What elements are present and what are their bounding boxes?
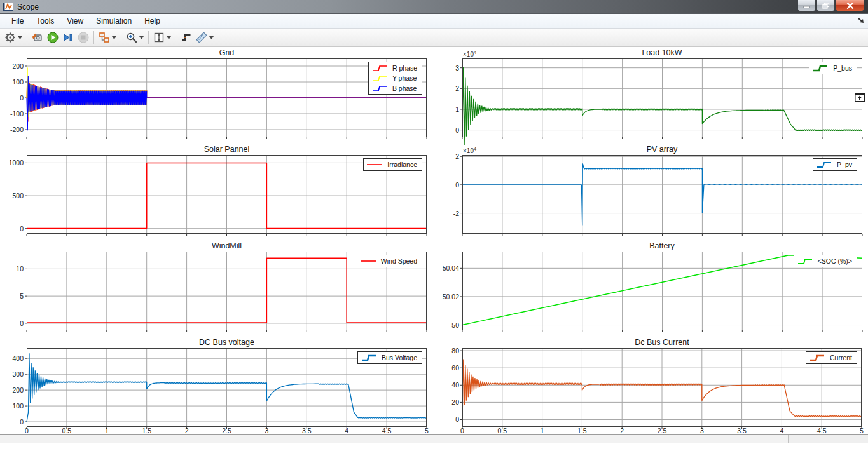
y-tick-label: 2: [455, 152, 459, 160]
stop-icon: [78, 32, 89, 43]
status-bar: [0, 434, 868, 443]
legend[interactable]: Irradiance: [363, 158, 422, 171]
y-tick-label: -2: [453, 210, 459, 217]
plot-title: WindMill: [4, 241, 427, 252]
status-segment: [788, 435, 839, 443]
x-tick-label: 2.5: [658, 427, 667, 434]
plot-svg[interactable]: [462, 348, 862, 427]
plot-svg[interactable]: [462, 58, 862, 137]
plot-title: Grid: [4, 48, 427, 58]
gear-icon: [4, 32, 16, 43]
legend[interactable]: <SOC (%)>: [794, 255, 857, 267]
plot-grid: Grid2001000-100-200R phaseY phaseB phase…: [0, 47, 868, 435]
legend-label: Bus Voltage: [382, 354, 417, 361]
x-tick-label: 3.5: [737, 427, 747, 434]
plot-canvas[interactable]: Wind Speed: [27, 252, 427, 330]
status-segment: [839, 435, 868, 443]
toolbar-separator: [27, 31, 27, 44]
layout-button[interactable]: [97, 30, 118, 45]
y-tick-label: 0: [20, 225, 24, 232]
plot-canvas[interactable]: Bus Voltage: [27, 348, 427, 427]
dropdown-caret-icon[interactable]: [139, 36, 144, 39]
y-tick-label: 0: [20, 94, 24, 102]
plot-canvas[interactable]: Irradiance: [27, 155, 427, 234]
run-button[interactable]: [45, 30, 60, 45]
toolbar-separator: [121, 31, 121, 44]
menu-bar: FileToolsViewSimulationHelp: [0, 14, 868, 29]
legend-entry: Y phase: [371, 73, 417, 83]
plot-canvas[interactable]: ×104P_pv: [462, 155, 862, 234]
x-tick-label: 1: [541, 427, 544, 434]
legend-line-icon: [366, 160, 383, 169]
plot-svg[interactable]: [462, 155, 862, 234]
legend[interactable]: Bus Voltage: [357, 351, 422, 364]
y-tick-label: 0: [455, 415, 459, 423]
y-axis-labels: 806040200: [439, 348, 462, 427]
y-axis-labels: 1050: [4, 252, 27, 330]
plot-title: PV array: [439, 145, 862, 155]
x-tick-label: 0.5: [497, 427, 507, 434]
y-tick-label: 0: [455, 126, 459, 134]
close-button[interactable]: [836, 0, 864, 11]
dropdown-caret-icon[interactable]: [209, 36, 214, 39]
plot-canvas[interactable]: <SOC (%)>: [462, 252, 862, 330]
fit-view-icon: [153, 32, 165, 43]
y-axis-labels: 4003002001000: [4, 348, 27, 427]
legend[interactable]: P_pv: [813, 158, 857, 171]
x-tick-label: 4.5: [817, 427, 827, 434]
legend[interactable]: P_bus: [809, 62, 857, 74]
menu-item-simulation[interactable]: Simulation: [90, 15, 138, 28]
plot-svg[interactable]: [27, 58, 427, 137]
dropdown-caret-icon[interactable]: [112, 36, 116, 39]
x-tick-label: 2: [185, 427, 189, 434]
y-axis-labels: 2001000-100-200: [4, 58, 27, 137]
plot-canvas[interactable]: ×104P_bus: [462, 58, 862, 137]
zoom-button[interactable]: [124, 30, 146, 45]
layout-icon: [99, 32, 110, 43]
dropdown-caret-icon[interactable]: [18, 36, 22, 39]
plot-canvas[interactable]: R phaseY phaseB phase: [27, 58, 427, 137]
highlight-block-button[interactable]: [30, 30, 45, 45]
step-forward-button[interactable]: [60, 30, 76, 45]
scope-panel-dc-bus-current: Dc Bus Current806040200Current00.511.522…: [439, 338, 862, 435]
legend-label: B phase: [392, 84, 417, 92]
x-tick-label: 1: [105, 427, 109, 434]
plot-title: Load 10kW: [439, 48, 862, 58]
restore-button[interactable]: [816, 0, 835, 11]
y-tick-label: 400: [12, 354, 24, 362]
menu-item-file[interactable]: File: [5, 15, 30, 28]
scope-panel-dc-bus-voltage: DC Bus voltage4003002001000Bus Voltage00…: [4, 338, 427, 435]
settings-button[interactable]: [3, 30, 24, 45]
legend-label: <SOC (%)>: [818, 257, 852, 265]
menubar-corner-arrow-icon[interactable]: [857, 17, 865, 24]
legend-label: Current: [830, 354, 852, 361]
menu-item-help[interactable]: Help: [138, 15, 167, 28]
dropdown-caret-icon[interactable]: [167, 36, 171, 39]
y-tick-label: 60: [451, 364, 459, 372]
plot-canvas[interactable]: Current: [462, 348, 862, 427]
legend-entry: Current: [809, 353, 852, 363]
legend-label: P_pv: [837, 161, 852, 168]
toolbar-separator: [148, 31, 149, 44]
y-tick-label: 0: [20, 320, 24, 327]
trigger-button[interactable]: [179, 30, 194, 45]
y-axis-labels: 3210: [439, 58, 462, 137]
minimize-button[interactable]: [797, 0, 816, 11]
plot-title: Battery: [439, 241, 862, 252]
x-tick-label: 3: [265, 427, 268, 434]
legend[interactable]: Current: [806, 351, 857, 364]
legend-label: P_bus: [833, 64, 852, 72]
menu-item-tools[interactable]: Tools: [30, 15, 60, 28]
legend[interactable]: Wind Speed: [357, 255, 422, 267]
fit-to-view-button[interactable]: [151, 30, 173, 45]
measurements-button[interactable]: [194, 30, 216, 45]
x-tick-label: 4: [345, 427, 348, 434]
y-tick-label: 40: [451, 381, 459, 389]
menu-item-view[interactable]: View: [60, 15, 90, 28]
play-icon: [47, 32, 59, 43]
scope-panel-grid: Grid2001000-100-200R phaseY phaseB phase: [4, 48, 427, 137]
title-bar[interactable]: Scope: [0, 0, 868, 14]
dock-figure-icon[interactable]: [855, 93, 865, 102]
legend-step-line-icon: [371, 74, 388, 83]
legend[interactable]: R phaseY phaseB phase: [368, 62, 422, 95]
